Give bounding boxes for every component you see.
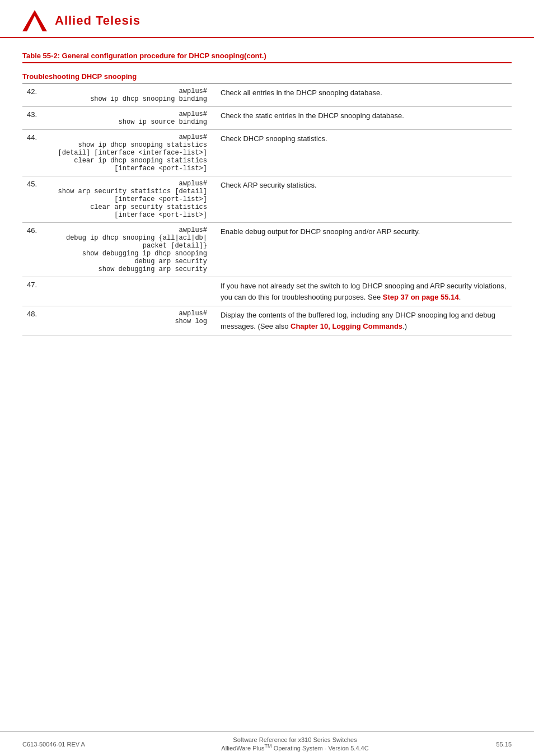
footer-center: Software Reference for x310 Series Switc… [112,736,478,752]
page-header: Allied Telesis [0,0,534,38]
logo-icon [22,10,47,31]
footer-line1: Software Reference for x310 Series Switc… [112,736,478,743]
table-row: 43. awplus# show ip source binding Check… [22,107,512,130]
section-header: Troubleshooting DHCP snooping [22,69,512,83]
desc-text-47b: . [459,293,461,301]
desc-text-48b: .) [402,322,407,330]
row-cmd: awplus# show log [43,306,216,335]
row-desc: If you have not already set the switch t… [216,277,512,306]
link-step37[interactable]: Step 37 on page 55.14 [383,293,459,301]
row-desc: Check the static entries in the DHCP sno… [216,107,512,130]
row-cmd: awplus# show ip dhcp snooping binding [43,84,216,107]
row-cmd: awplus# show ip dhcp snooping statistics… [43,130,216,176]
procedure-table: Troubleshooting DHCP snooping 42. awplus… [22,69,512,335]
row-num: 45. [22,176,43,223]
row-desc: Check ARP security statistics. [216,176,512,223]
row-num: 48. [22,306,43,335]
table-title: Table 55-2: General configuration proced… [22,52,512,63]
row-desc: Enable debug output for DHCP snooping an… [216,223,512,277]
row-num: 47. [22,277,43,306]
row-desc: Check DHCP snooping statistics. [216,130,512,176]
footer-left: C613-50046-01 REV A [22,741,112,748]
row-num: 44. [22,130,43,176]
main-content: Table 55-2: General configuration proced… [0,38,534,380]
row-num: 42. [22,84,43,107]
table-row: 48. awplus# show log Display the content… [22,306,512,335]
desc-text-47: If you have not already set the switch t… [221,282,506,301]
table-row: 46. awplus# debug ip dhcp snooping {all|… [22,223,512,277]
table-row: 44. awplus# show ip dhcp snooping statis… [22,130,512,176]
table-row: 42. awplus# show ip dhcp snooping bindin… [22,84,512,107]
row-cmd: awplus# show arp security statistics [de… [43,176,216,223]
row-desc: Check all entries in the DHCP snooping d… [216,84,512,107]
logo: Allied Telesis [22,10,140,31]
page-footer: C613-50046-01 REV A Software Reference f… [0,731,534,756]
row-num: 46. [22,223,43,277]
link-chapter10[interactable]: Chapter 10, Logging Commands [291,322,402,330]
row-cmd: awplus# debug ip dhcp snooping {all|acl|… [43,223,216,277]
table-row: 47. If you have not already set the swit… [22,277,512,306]
row-num: 43. [22,107,43,130]
row-cmd: awplus# show ip source binding [43,107,216,130]
row-cmd [43,277,216,306]
footer-right: 55.15 [478,741,512,748]
row-desc: Display the contents of the buffered log… [216,306,512,335]
table-row: 45. awplus# show arp security statistics… [22,176,512,223]
logo-text: Allied Telesis [55,13,140,28]
footer-line2: AlliedWare PlusTM Operating System - Ver… [112,743,478,752]
